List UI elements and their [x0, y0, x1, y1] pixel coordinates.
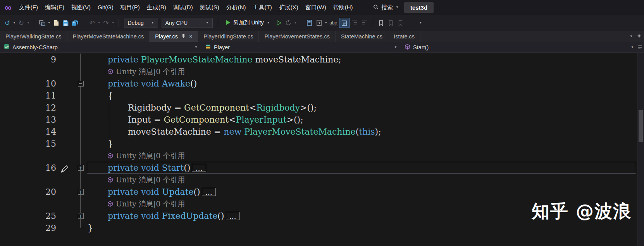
menu-item[interactable]: 视图(V): [68, 0, 94, 15]
abc-icon[interactable]: abc: [329, 20, 337, 26]
chevron-down-icon: ▼: [195, 46, 198, 49]
pin-icon[interactable]: [181, 33, 186, 40]
undo-chevron-icon[interactable]: ▼: [98, 21, 101, 24]
menu-item[interactable]: 扩展(X): [276, 0, 302, 15]
toolbar-separator: [218, 19, 218, 27]
expand-button[interactable]: +: [78, 189, 84, 195]
new-window-chevron-icon[interactable]: ▼: [48, 21, 51, 24]
token: moveStateMachine;: [252, 55, 341, 64]
toggle-whitespace-button[interactable]: [339, 18, 350, 28]
code-text: Unity 消息|0 个引用: [88, 151, 637, 161]
project-dropdown[interactable]: C# Assembly-CSharp ▼: [0, 42, 201, 52]
tab-playeridlingstate-cs[interactable]: PlayerIdlingState.cs: [198, 31, 259, 42]
codelens-row: Unity 消息|0 个引用: [0, 150, 637, 162]
code-row: 13Input = GetComponent<PlayerInput>();: [0, 114, 637, 126]
search-box[interactable]: 搜索 ▼: [373, 4, 399, 11]
menu-item[interactable]: 窗口(W): [302, 0, 330, 15]
toolbar-separator: [119, 19, 119, 27]
redo-chevron-icon[interactable]: ▼: [112, 21, 115, 24]
tab-label: PlayerMoveStateMachine.cs: [73, 33, 144, 40]
token: }: [88, 223, 93, 233]
code-row: 15}: [0, 138, 637, 150]
tab-istate-cs[interactable]: Istate.cs: [388, 31, 420, 42]
line-number: 20: [0, 187, 74, 197]
sync-chevron-icon[interactable]: ▼: [324, 21, 327, 24]
member-dropdown[interactable]: Start() ▼: [401, 42, 644, 52]
type-name: Player: [214, 44, 230, 50]
vertical-scrollbar[interactable]: [637, 53, 644, 246]
redo-icon[interactable]: ↷: [102, 19, 110, 27]
document-outline-icon[interactable]: [305, 20, 313, 26]
menu-item[interactable]: 帮助(H): [330, 0, 356, 15]
attach-to-unity-button[interactable]: 附加到 Unity ▼: [222, 19, 274, 26]
previous-bookmark-icon[interactable]: [387, 20, 395, 26]
indent-decrease-icon[interactable]: [351, 20, 359, 26]
token: Update: [162, 187, 194, 197]
codelens-label[interactable]: Unity 消息|0 个引用: [116, 175, 185, 185]
tab-playerwalkingstate-cs[interactable]: PlayerWalkingState.cs: [0, 31, 67, 42]
indent-guide: [109, 102, 109, 138]
undo-icon[interactable]: ↶: [88, 19, 96, 27]
tabbar-right: ▼: [630, 31, 642, 42]
tab-statemachine-cs[interactable]: StateMachine.cs: [336, 31, 388, 42]
hot-reload-icon[interactable]: [284, 20, 293, 26]
codelens-label[interactable]: Unity 消息|0 个引用: [116, 199, 185, 209]
solution-name-button[interactable]: test3d: [404, 2, 434, 13]
menu-item[interactable]: 调试(D): [170, 0, 196, 15]
expand-button[interactable]: +: [78, 213, 84, 219]
sync-with-active-document-icon[interactable]: [315, 20, 323, 26]
toolbar-overflow-icon[interactable]: ▼: [419, 21, 422, 24]
scrollbar-thumb[interactable]: [639, 110, 643, 142]
tab-bar: PlayerWalkingState.csPlayerMoveStateMach…: [0, 31, 644, 42]
menu-item[interactable]: 工具(T): [249, 0, 275, 15]
navbar-right-icon[interactable]: [637, 42, 642, 52]
tab-playermovestatemachine-cs[interactable]: PlayerMoveStateMachine.cs: [67, 31, 150, 42]
navigate-forward-icon[interactable]: ↻: [17, 19, 26, 27]
expand-button[interactable]: +: [78, 165, 84, 171]
save-all-icon[interactable]: [71, 20, 80, 26]
collapse-button[interactable]: −: [78, 81, 84, 87]
line-number: 11: [0, 91, 74, 100]
chevron-down-icon: ▼: [206, 21, 209, 24]
menu-item[interactable]: 生成(B): [143, 0, 170, 15]
codelens-label[interactable]: Unity 消息|0 个引用: [116, 151, 185, 161]
new-file-icon[interactable]: [52, 20, 60, 26]
token: );: [375, 127, 381, 137]
navigate-forward-chevron-icon[interactable]: ▼: [27, 21, 30, 24]
menu-item[interactable]: 文件(F): [15, 0, 41, 15]
indent-increase-icon[interactable]: [360, 20, 369, 26]
menu-item[interactable]: 编辑(E): [41, 0, 68, 15]
configuration-dropdown[interactable]: Debug ▼: [124, 18, 158, 28]
token: >();: [287, 115, 303, 125]
document-list-chevron-icon[interactable]: ▼: [630, 35, 633, 38]
collapsed-region[interactable]: ...: [202, 188, 216, 196]
codelens-label[interactable]: Unity 消息|0 个引用: [116, 67, 185, 77]
menu-item[interactable]: Git(G): [94, 0, 117, 15]
hot-reload-chevron-icon[interactable]: ▼: [294, 21, 297, 24]
menu-item[interactable]: 项目(P): [117, 0, 143, 15]
token: (): [190, 79, 197, 88]
menu-item[interactable]: 测试(S): [196, 0, 223, 15]
platform-dropdown[interactable]: Any CPU ▼: [162, 18, 213, 28]
collapsed-region[interactable]: ...: [226, 212, 240, 220]
start-without-debugging-icon[interactable]: [274, 20, 283, 26]
bookmark-icon[interactable]: [377, 20, 386, 26]
save-icon[interactable]: [62, 20, 70, 26]
next-bookmark-icon[interactable]: [396, 20, 405, 26]
tab-playermovementstates-cs[interactable]: PlayerMovementStates.cs: [259, 31, 335, 42]
menu-item[interactable]: 分析(N): [223, 0, 250, 15]
new-window-icon[interactable]: [38, 20, 46, 26]
code-text: private void Update()...: [88, 187, 637, 197]
play-icon: [226, 20, 231, 26]
navigate-back-chevron-icon[interactable]: ▼: [13, 21, 16, 24]
tab-player-cs[interactable]: Player.cs×: [150, 31, 198, 42]
unity-cube-icon: [108, 200, 113, 208]
type-dropdown[interactable]: Player ▼: [201, 42, 401, 52]
close-icon[interactable]: ×: [189, 34, 192, 39]
collapsed-region[interactable]: ...: [192, 164, 206, 172]
token: }: [108, 139, 113, 149]
chevron-down-icon[interactable]: ▼: [396, 6, 399, 9]
navigate-back-icon[interactable]: ↺: [3, 19, 12, 27]
token: Awake: [162, 79, 190, 88]
toolbox-icon[interactable]: [637, 33, 642, 40]
